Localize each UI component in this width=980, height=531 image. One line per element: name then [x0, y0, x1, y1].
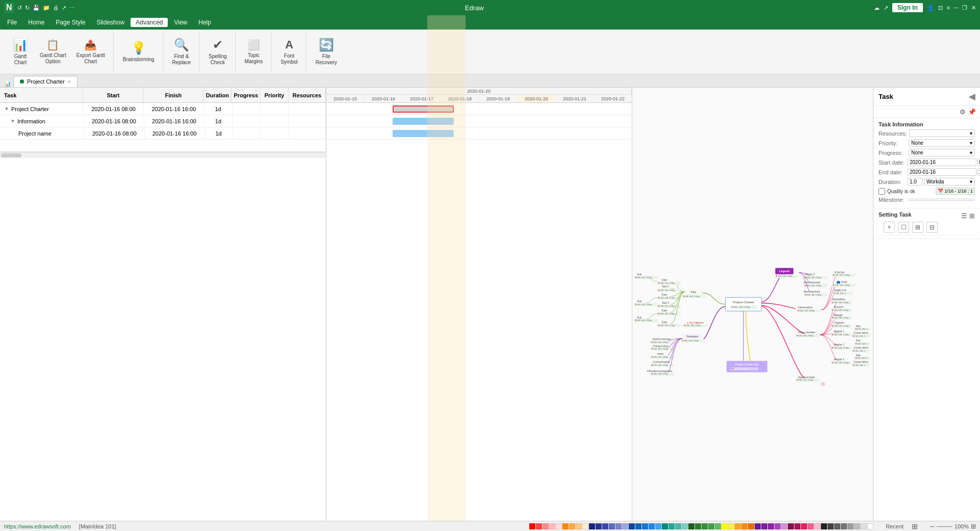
setting-box-icon[interactable]: ☐ — [898, 222, 909, 233]
color-teal-light[interactable] — [668, 523, 675, 529]
color-dodger[interactable] — [649, 523, 655, 529]
color-sky[interactable] — [655, 523, 661, 529]
color-red-pale[interactable] — [556, 523, 562, 529]
color-violet[interactable] — [761, 523, 767, 529]
page-fit-btn[interactable]: ⊞ — [971, 523, 976, 530]
milestone-value[interactable] — [909, 199, 975, 201]
color-white[interactable] — [867, 523, 873, 529]
color-yellow[interactable] — [721, 523, 728, 529]
color-black[interactable] — [821, 523, 827, 529]
brainstorming-btn[interactable]: 💡 Brainstorming — [119, 35, 159, 69]
table-row[interactable]: Project name 2020-01-16 08:00 2020-01-16… — [0, 127, 326, 140]
color-teal-lighter[interactable] — [675, 523, 681, 529]
save-btn[interactable]: 💾 — [33, 5, 40, 11]
expand-icon-1[interactable]: ▼ — [10, 118, 15, 124]
gantt-option-btn[interactable]: 📋 Gantt ChartOption — [36, 35, 70, 69]
priority-dropdown[interactable]: None ▾ — [909, 139, 975, 147]
find-replace-btn[interactable]: 🔍 Find &Replace — [168, 35, 195, 69]
export-btn[interactable]: ↗ — [62, 5, 66, 11]
gantt-bar-1[interactable] — [393, 118, 454, 125]
menu-view[interactable]: View — [169, 18, 192, 27]
undo-btn[interactable]: ↺ — [17, 5, 22, 11]
color-red-lighter[interactable] — [543, 523, 549, 529]
open-btn[interactable]: 📁 — [43, 5, 50, 11]
color-deep-orange[interactable] — [741, 523, 747, 529]
sign-in-button[interactable]: Sign In — [892, 3, 923, 12]
color-pink[interactable] — [801, 523, 807, 529]
start-time-input[interactable] — [977, 158, 980, 166]
start-date-input[interactable] — [908, 158, 976, 166]
color-rose[interactable] — [794, 523, 801, 529]
progress-dropdown[interactable]: None ▾ — [909, 149, 975, 156]
color-gray[interactable] — [841, 523, 847, 529]
color-red-lightest[interactable] — [549, 523, 555, 529]
color-red[interactable] — [529, 523, 535, 529]
color-dark-gray[interactable] — [834, 523, 840, 529]
zoom-out-btn[interactable]: ─ — [930, 523, 935, 530]
scroll-thumb[interactable] — [1, 153, 21, 157]
color-cornflower[interactable] — [642, 523, 648, 529]
gantt-bar-0[interactable] — [393, 105, 454, 113]
task-panel-pin[interactable]: 📌 — [968, 108, 976, 116]
menu-slideshow[interactable]: Slideshow — [91, 18, 130, 27]
topic-btn[interactable]: ⬜ TopicMargins — [241, 35, 267, 69]
color-navy[interactable] — [629, 523, 635, 529]
color-teal[interactable] — [662, 523, 668, 529]
color-blue[interactable] — [602, 523, 608, 529]
quality-ok-checkbox[interactable] — [879, 188, 885, 195]
table-row[interactable]: ▼ Information 2020-01-16 08:00 2020-01-1… — [0, 115, 326, 127]
setting-add-icon[interactable]: + — [884, 222, 895, 233]
expand-icon-0[interactable]: ▼ — [4, 106, 9, 112]
gantt-bar-2[interactable] — [393, 130, 454, 137]
color-pink-pale[interactable] — [814, 523, 820, 529]
color-forest[interactable] — [695, 523, 701, 529]
task-panel-collapse-btn[interactable]: ◀ — [969, 92, 975, 101]
color-pink-light[interactable] — [808, 523, 814, 529]
end-date-input[interactable] — [908, 168, 976, 176]
color-mid-gray[interactable] — [847, 523, 854, 529]
redo-btn[interactable]: ↻ — [25, 5, 30, 11]
file-recovery-btn[interactable]: 🔄 FileRecovery — [312, 35, 341, 69]
mind-map-area[interactable]: Project Charter 📅 1/16 - 1/16 : 1.0 Day … — [632, 88, 873, 521]
more-btn[interactable]: ⋯ — [69, 5, 75, 11]
menu-advanced[interactable]: Advanced — [131, 18, 168, 27]
minimize-btn[interactable]: ─ — [954, 5, 958, 11]
menu-file[interactable]: File — [2, 18, 22, 27]
print-btn[interactable]: 🖨 — [53, 5, 59, 11]
spelling-btn[interactable]: ✔ SpellingCheck — [204, 35, 231, 69]
color-orange-dark[interactable] — [748, 523, 754, 529]
color-royal[interactable] — [635, 523, 641, 529]
color-light-gray[interactable] — [854, 523, 860, 529]
color-red-light[interactable] — [536, 523, 542, 529]
gantt-chart-btn[interactable]: 📊 GanttChart — [7, 35, 34, 69]
tab-close-btn[interactable]: × — [68, 79, 71, 85]
color-dark-blue[interactable] — [589, 523, 595, 529]
resources-dropdown[interactable]: ▾ — [909, 129, 975, 137]
color-very-dark[interactable] — [828, 523, 834, 529]
setting-list-icon[interactable]: ☰ — [961, 212, 967, 220]
color-dark-green[interactable] — [688, 523, 694, 529]
menu-page-style[interactable]: Page Style — [50, 18, 90, 27]
setting-grid-icon-2[interactable]: ⊞ — [912, 222, 923, 233]
color-orange-light[interactable] — [569, 523, 575, 529]
export-gantt-btn[interactable]: 📤 Export GanttChart — [72, 35, 109, 69]
color-teal-pale[interactable] — [682, 523, 688, 529]
color-blue-lighter[interactable] — [622, 523, 628, 529]
status-grid-btn[interactable]: ⊞ — [912, 522, 918, 530]
color-purple[interactable] — [755, 523, 761, 529]
color-blue-light[interactable] — [615, 523, 622, 529]
menu-help[interactable]: Help — [193, 18, 216, 27]
duration-unit-dropdown[interactable]: Workda ▾ — [924, 178, 975, 185]
color-purple-med[interactable] — [768, 523, 774, 529]
duration-input[interactable] — [908, 178, 923, 185]
color-green[interactable] — [702, 523, 708, 529]
close-btn[interactable]: ✕ — [971, 5, 976, 11]
color-green-med[interactable] — [708, 523, 714, 529]
status-link[interactable]: https://www.edrawsoft.com — [4, 523, 71, 529]
end-time-input[interactable] — [977, 168, 980, 176]
color-blue-med[interactable] — [609, 523, 615, 529]
setting-minus-icon[interactable]: ⊟ — [926, 222, 938, 233]
color-purple-light[interactable] — [775, 523, 781, 529]
color-very-light-gray[interactable] — [861, 523, 867, 529]
menu-home[interactable]: Home — [23, 18, 49, 27]
